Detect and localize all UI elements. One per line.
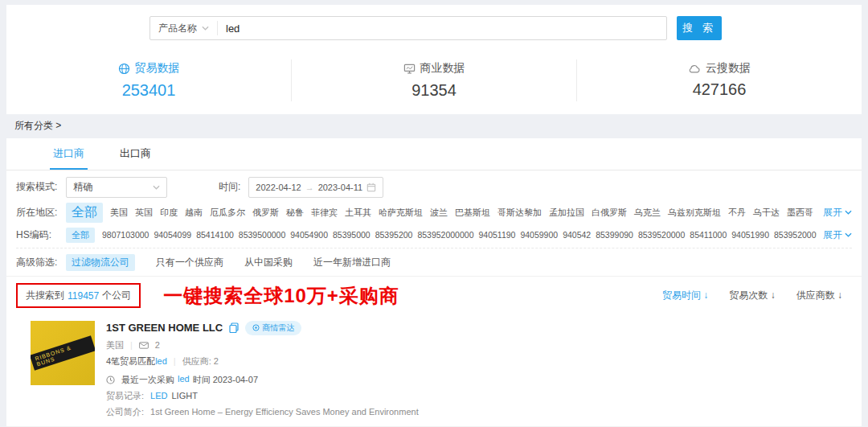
stat-trade-data[interactable]: 贸易数据 253401 [6, 60, 291, 101]
region-option-all[interactable]: 全部 [66, 203, 103, 223]
stat-cloud-search-data[interactable]: 云搜数据 427166 [576, 60, 862, 101]
advanced-filter-option[interactable]: 近一年新增进口商 [313, 256, 391, 269]
advanced-filter-option[interactable]: 只有一个供应商 [156, 256, 223, 269]
region-option[interactable]: 乌干达 [753, 207, 780, 219]
results-header: 共搜索到 119457 个公司 一键搜索全球10万+采购商 贸易时间 ↓ 贸易次… [6, 276, 862, 314]
search-input[interactable] [218, 23, 666, 35]
marketing-annotation-text: 一键搜索全球10万+采购商 [163, 283, 399, 309]
globe-icon [118, 63, 130, 75]
arrow-down-icon: ↓ [837, 289, 842, 301]
mail-count: 2 [155, 340, 160, 350]
region-option[interactable]: 乌兹别克斯坦 [668, 207, 721, 219]
hs-code-option[interactable]: 94054900 [290, 230, 328, 240]
hs-expand-link[interactable]: 展开 [823, 228, 852, 242]
importer-exporter-tabs: 进口商 出口商 [6, 138, 862, 170]
last-purchase-keyword: led [178, 374, 190, 386]
results-count: 119457 [68, 290, 99, 302]
region-expand-link[interactable]: 展开 [823, 206, 852, 220]
chevron-down-icon [845, 210, 852, 215]
sort-trade-count[interactable]: 贸易次数 ↓ [729, 289, 775, 302]
company-thumbnail: RIBBONS & BUNS [31, 321, 95, 385]
advanced-filter-options: 只有一个供应商从中国采购近一年新增进口商 [156, 256, 852, 269]
search-panel: 产品名称 搜 索 贸易数据 253401 商业数据 91354 云搜数据 [6, 5, 862, 114]
stat-value: 427166 [577, 80, 862, 99]
results-summary-annotation-box: 共搜索到 119457 个公司 [16, 283, 141, 308]
sort-supplier-count[interactable]: 供应商数 ↓ [796, 289, 842, 302]
tab-importers[interactable]: 进口商 [53, 146, 84, 170]
trade-record-label: 贸易记录: [106, 390, 144, 402]
region-option[interactable]: 厄瓜多尔 [210, 207, 245, 219]
hs-code-option[interactable]: 94051990 [731, 230, 769, 240]
hs-code-option[interactable]: 85411000 [690, 230, 727, 240]
mail-icon [139, 342, 149, 349]
region-option[interactable]: 巴基斯坦 [455, 207, 490, 219]
date-start: 2022-04-12 [256, 183, 301, 192]
search-mode-value: 精确 [73, 180, 92, 194]
stat-value: 91354 [292, 81, 576, 100]
hs-code-option[interactable]: 85395000 [333, 230, 371, 240]
date-range-picker[interactable]: 2022-04-12 → 2023-04-11 [248, 177, 383, 198]
hs-code-option[interactable]: 85395200 [375, 230, 413, 240]
region-option[interactable]: 不丹 [728, 207, 746, 219]
sort-trade-time[interactable]: 贸易时间 ↓ [662, 289, 708, 302]
region-filter-row: 所在地区: 全部 美国英国印度越南厄瓜多尔俄罗斯秘鲁菲律宾土耳其哈萨克斯坦波兰巴… [16, 203, 852, 223]
last-purchase-label: 最近一次采购 [121, 374, 174, 386]
hs-code-option[interactable]: 94059900 [520, 230, 558, 240]
search-category-select[interactable]: 产品名称 [150, 21, 218, 35]
region-option[interactable]: 白俄罗斯 [592, 207, 627, 219]
trade-record-keyword: LED [150, 391, 167, 400]
radar-icon [252, 324, 260, 331]
advanced-filter-option[interactable]: 从中国采购 [244, 256, 293, 269]
hs-code-option[interactable]: 9807103000 [102, 230, 149, 240]
summary-suffix: 个公司 [102, 289, 131, 302]
hs-code-options: 9807103000940540998541410085395000009405… [102, 230, 817, 240]
stat-label: 商业数据 [420, 61, 465, 76]
date-range-arrow: → [305, 183, 314, 192]
cloud-icon [688, 63, 701, 74]
last-purchase-date: 时间 2023-04-07 [193, 374, 258, 386]
company-profile: 1st Green Home – Energy Efficiency Saves… [150, 407, 419, 417]
region-option[interactable]: 越南 [185, 207, 203, 219]
region-option[interactable]: 哥斯达黎加 [497, 207, 542, 219]
region-option[interactable]: 美国 [110, 207, 128, 219]
stat-label: 贸易数据 [135, 61, 180, 76]
search-button[interactable]: 搜 索 [677, 16, 722, 40]
hs-code-option[interactable]: 8539520009 [774, 230, 817, 240]
breadcrumb[interactable]: 所有分类 > [0, 114, 868, 138]
tab-exporters[interactable]: 出口商 [120, 146, 151, 170]
stat-business-data[interactable]: 商业数据 91354 [291, 60, 576, 101]
region-option[interactable]: 土耳其 [345, 207, 371, 219]
document-icon[interactable] [229, 322, 239, 333]
hs-code-option[interactable]: 940542 [563, 230, 591, 240]
radar-badge[interactable]: 商情雷达 [245, 321, 301, 335]
region-option[interactable]: 印度 [160, 207, 178, 219]
filter-exclude-logistics[interactable]: 过滤物流公司 [66, 254, 135, 271]
region-option[interactable]: 菲律宾 [311, 207, 338, 219]
hs-code-option[interactable]: 8539520000 [638, 230, 685, 240]
search-box: 产品名称 [149, 16, 667, 40]
search-mode-label: 搜索模式: [16, 180, 66, 194]
region-option[interactable]: 波兰 [430, 207, 448, 219]
advanced-filter-row: 高级筛选: 过滤物流公司 只有一个供应商从中国采购近一年新增进口商 [16, 248, 852, 271]
search-mode-select[interactable]: 精确 [66, 177, 167, 198]
company-name[interactable]: 1ST GREEN HOME LLC [106, 322, 223, 334]
time-label: 时间: [219, 180, 240, 194]
hs-code-option[interactable]: 85414100 [196, 230, 234, 240]
hs-code-option[interactable]: 94054099 [154, 230, 191, 240]
hs-code-option[interactable]: 94051190 [478, 230, 515, 240]
stat-value: 253401 [6, 81, 291, 100]
region-option[interactable]: 俄罗斯 [252, 207, 279, 219]
region-option[interactable]: 孟加拉国 [549, 207, 584, 219]
hs-option-all[interactable]: 全部 [66, 228, 95, 243]
hs-code-label: HS编码: [16, 228, 66, 242]
hs-code-option[interactable]: 853952000000 [417, 230, 473, 240]
region-option[interactable]: 英国 [135, 207, 153, 219]
hs-code-option[interactable]: 8539500000 [239, 230, 285, 240]
region-option[interactable]: 秘鲁 [286, 207, 304, 219]
region-option[interactable]: 哈萨克斯坦 [379, 207, 423, 219]
hs-code-option[interactable]: 85399090 [596, 230, 633, 240]
region-option[interactable]: 墨西哥 [787, 207, 813, 219]
region-options: 美国英国印度越南厄瓜多尔俄罗斯秘鲁菲律宾土耳其哈萨克斯坦波兰巴基斯坦哥斯达黎加孟… [110, 207, 817, 219]
region-option[interactable]: 乌克兰 [634, 207, 661, 219]
chevron-down-icon [845, 232, 852, 237]
